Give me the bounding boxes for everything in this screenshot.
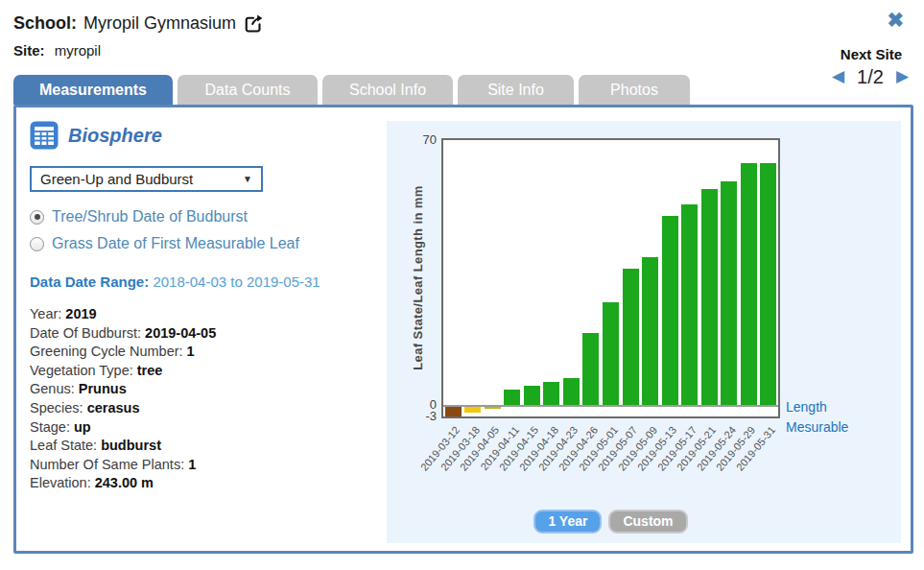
bar-2019-05-09 [642,257,658,405]
measurements-panel: Biosphere Green-Up and Budburst ▼ Tree/S… [13,105,913,554]
y-tick-70: 70 [408,132,437,147]
one-year-button[interactable]: 1 Year [533,510,602,534]
radio-unselected-icon [30,237,44,251]
range-button-group: 1 Year Custom [441,510,780,534]
section-title: Biosphere [68,125,162,147]
bar-2019-05-24 [721,181,737,405]
prev-site-arrow-icon[interactable]: ◀ [832,65,844,88]
bar-2019-04-05 [485,407,501,409]
detail-row: Date Of Budburst:2019-04-05 [30,324,216,344]
bar-2019-04-23 [563,378,580,405]
y-axis-label: Leaf State/Leaf Length in mm [411,138,425,418]
external-link-icon[interactable] [244,12,265,34]
measurement-type-dropdown[interactable]: Green-Up and Budburst ▼ [30,166,263,192]
biosphere-section-header: Biosphere [30,121,162,150]
chevron-down-icon: ▼ [243,174,252,184]
custom-range-button[interactable]: Custom [608,510,687,534]
tab-school-info[interactable]: School Info [322,75,453,105]
bar-2019-05-07 [623,269,639,405]
site-header: Site: myropil [13,42,101,59]
chart-panel: Leaf State/Leaf Length in mm 700-3 2019-… [387,121,901,543]
legend-line: Mesurable [786,417,848,438]
radio-label: Grass Date of First Measurable Leaf [52,235,299,252]
site-label: Site: [13,42,45,59]
site-name: myropil [55,42,101,59]
dropdown-selected-value: Green-Up and Budburst [40,171,193,187]
detail-row: Stage:up [30,418,216,438]
bar-2019-04-11 [504,390,520,405]
y-tick--3: -3 [408,409,437,423]
tab-photos[interactable]: Photos [579,75,690,105]
radio-label: Tree/Shrub Date of Budburst [52,208,248,226]
bar-chart-plot [441,138,780,418]
next-site-label: Next Site [841,46,902,62]
bar-2019-05-21 [701,189,718,405]
bar-2019-05-01 [603,302,619,405]
detail-row: Greening Cycle Number:1 [30,343,216,362]
tab-site-info[interactable]: Site Info [458,75,574,105]
bar-2019-04-15 [524,386,540,405]
radio-grass-first-leaf[interactable]: Grass Date of First Measurable Leaf [30,235,299,252]
data-date-range: Data Date Range: 2018-04-03 to 2019-05-3… [30,273,320,290]
bar-2019-05-13 [662,216,678,405]
tab-bar: Measurements Data Counts School Info Sit… [13,75,690,105]
school-label: School: [13,13,77,34]
bar-2019-05-31 [760,163,776,405]
chart-legend: Length Mesurable [786,397,848,438]
legend-line: Length [786,397,848,417]
bar-2019-05-29 [741,163,757,405]
measurement-details: Year:2019 Date Of Budburst:2019-04-05 Gr… [30,305,216,493]
next-site-arrow-icon[interactable]: ▶ [896,65,909,88]
pager-count: 1/2 [857,66,884,88]
tab-data-counts[interactable]: Data Counts [178,75,318,105]
detail-row: Genus:Prunus [30,380,216,399]
detail-row: Elevation:243.00 m [30,474,216,493]
radio-tree-shrub-budburst[interactable]: Tree/Shrub Date of Budburst [30,208,248,226]
school-name: Myropil Gymnasium [83,13,236,34]
school-header: School: Myropil Gymnasium [13,12,265,34]
detail-row: Number Of Same Plants:1 [30,456,216,475]
detail-row: Species:cerasus [30,399,216,418]
detail-row: Leaf State:budburst [30,437,216,456]
tab-measurements[interactable]: Measurements [13,75,173,105]
date-range-label: Data Date Range: [30,273,149,290]
site-pager: ◀ 1/2 ▶ [832,65,909,88]
bar-2019-04-26 [582,333,599,405]
bar-2019-03-12 [445,407,462,416]
detail-row: Year:2019 [30,305,216,324]
bar-2019-05-17 [681,204,698,405]
detail-row: Vegetation Type:tree [30,362,216,381]
radio-selected-icon [30,210,44,225]
table-grid-icon [30,121,59,150]
bar-2019-03-18 [464,407,481,413]
bar-2019-04-18 [543,382,559,405]
date-range-value: 2018-04-03 to 2019-05-31 [153,273,320,290]
close-icon[interactable]: ✖ [887,10,904,31]
